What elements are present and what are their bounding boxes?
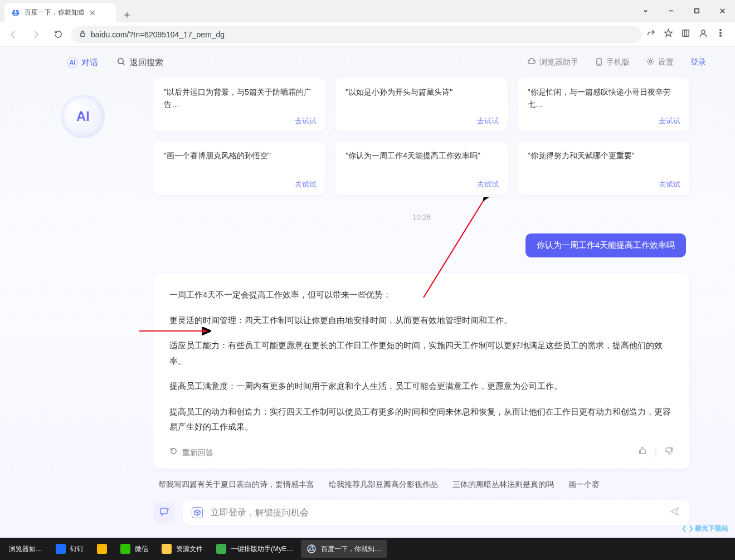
reload-button[interactable] — [49, 26, 67, 43]
regenerate-button[interactable]: 重新回答 — [169, 445, 213, 460]
gear-icon — [646, 57, 655, 67]
browser-tab[interactable]: 百度一下，你就知道 ✕ — [4, 3, 116, 22]
try-link[interactable]: 去试试 — [295, 116, 317, 126]
try-link[interactable]: 去试试 — [477, 179, 499, 189]
lock-icon — [79, 30, 86, 39]
taskbar-item[interactable] — [91, 540, 113, 558]
login-link[interactable]: 登录 — [690, 57, 706, 67]
svg-point-9 — [702, 30, 705, 33]
suggestion-chip[interactable]: 画一个赛 — [568, 480, 600, 490]
mobile-link[interactable]: 手机版 — [595, 57, 630, 67]
composer: 立即登录，解锁提问机会 — [154, 496, 689, 525]
user-message: 你认为一周工作4天能提高工作效率吗 — [525, 233, 686, 257]
prompt-input[interactable]: 立即登录，解锁提问机会 — [183, 500, 689, 525]
app-icon — [216, 544, 226, 554]
search-icon — [117, 57, 125, 67]
ai-badge-icon: AI — [67, 57, 78, 68]
suggestion-chips: 帮我写四篇有关于夏日表白的诗，要情感丰富 给我推荐几部豆瓣高分影视作品 三体的黑… — [154, 469, 689, 496]
page-body: AI 对话 返回搜索 浏览器助手 手机版 设置 登录 — [0, 47, 735, 538]
svg-rect-7 — [683, 30, 689, 36]
answer-line: 提高员工满意度：一周内有更多的时间用于家庭和个人生活，员工可能会更满意工作，更愿… — [169, 379, 674, 395]
svg-rect-16 — [160, 508, 167, 514]
dialog-label: 对话 — [81, 57, 98, 68]
conversation-area: "以后并运口为背景，与5篇关于防晒霜的广告… 去试试 "以如是小孙为开头与篇藏头… — [154, 78, 706, 538]
phone-icon — [595, 58, 603, 67]
svg-point-0 — [13, 10, 14, 12]
try-link[interactable]: 去试试 — [477, 116, 499, 126]
suggestion-chip[interactable]: 给我推荐几部豆瓣高分影视作品 — [329, 480, 438, 490]
profile-icon[interactable] — [698, 28, 708, 41]
dropdown-icon[interactable] — [632, 0, 658, 22]
taskbar-item[interactable]: 微信 — [115, 540, 154, 558]
wechat-icon — [120, 544, 130, 554]
paw-icon — [11, 8, 20, 17]
forward-button[interactable] — [27, 26, 45, 43]
suggestion-card[interactable]: "画一个赛博朋克风格的孙悟空" 去试试 — [154, 142, 325, 195]
back-button[interactable] — [4, 26, 22, 43]
try-link[interactable]: 去试试 — [659, 116, 680, 126]
svg-rect-8 — [685, 30, 687, 36]
cube-icon — [192, 507, 203, 518]
svg-point-12 — [720, 35, 722, 36]
share-icon[interactable] — [646, 28, 656, 41]
svg-point-13 — [118, 59, 123, 64]
svg-point-10 — [720, 29, 722, 31]
app-topbar: AI 对话 返回搜索 浏览器助手 手机版 设置 登录 — [0, 47, 735, 78]
taskbar-item[interactable]: 百度一下，你就知… — [301, 540, 387, 558]
svg-point-4 — [14, 13, 17, 16]
suggestion-card[interactable]: "你认为一周工作4天能提高工作效率吗" 去试试 — [335, 142, 507, 195]
taskbar-item[interactable]: 钉钉 — [50, 540, 89, 558]
suggestion-card[interactable]: "以如是小孙为开头与篇藏头诗" 去试试 — [335, 78, 507, 132]
svg-point-15 — [649, 60, 651, 62]
minimize-button[interactable] — [658, 0, 684, 22]
url-text: baidu.com/?tn=62095104_17_oem_dg — [91, 30, 225, 39]
divider: | — [655, 445, 657, 460]
url-field[interactable]: baidu.com/?tn=62095104_17_oem_dg — [71, 26, 642, 43]
timestamp: 10:26 — [154, 213, 689, 221]
suggestion-card[interactable]: "以后并运口为背景，与5篇关于防晒霜的广告… 去试试 — [154, 78, 325, 132]
suggestion-row-2: "画一个赛博朋克风格的孙悟空" 去试试 "你认为一周工作4天能提高工作效率吗" … — [154, 142, 689, 195]
app-icon — [97, 544, 107, 554]
star-icon[interactable] — [664, 28, 673, 41]
tab-title: 百度一下，你就知道 — [25, 8, 85, 17]
back-to-search[interactable]: 返回搜索 — [110, 55, 170, 70]
prompt-placeholder: 立即登录，解锁提问机会 — [211, 507, 309, 519]
refresh-icon — [169, 445, 178, 460]
thumbs-down-icon[interactable] — [665, 445, 674, 460]
new-tab-button[interactable]: ＋ — [119, 7, 135, 22]
answer-line: 适应员工能力：有些员工可能更愿意在更长的工作日工作更短的时间，实施四天工作制可以… — [169, 338, 674, 369]
close-window-button[interactable] — [709, 0, 735, 22]
windows-taskbar[interactable]: 浏览器如… 钉钉 微信 资源文件 一键排版助手(MyE… 百度一下，你就知… — [0, 538, 735, 560]
thumbs-up-icon[interactable] — [638, 445, 647, 460]
ai-answer: 一周工作4天不一定会提高工作效率，但可以带来一些优势： 更灵活的时间管理：四天工… — [154, 274, 689, 469]
ai-logo: AI — [61, 95, 105, 138]
close-icon[interactable]: ✕ — [89, 8, 96, 17]
cloud-icon — [527, 57, 536, 68]
back-to-search-label: 返回搜索 — [130, 57, 163, 68]
chat-plus-icon — [159, 507, 169, 519]
try-link[interactable]: 去试试 — [659, 179, 680, 189]
suggestion-chip[interactable]: 帮我写四篇有关于夏日表白的诗，要情感丰富 — [158, 480, 314, 490]
svg-rect-5 — [694, 9, 698, 13]
answer-line: 一周工作4天不一定会提高工作效率，但可以带来一些优势： — [169, 288, 674, 303]
sidebar: AI — [56, 78, 154, 538]
send-icon[interactable] — [669, 506, 680, 519]
svg-point-11 — [720, 32, 722, 33]
menu-icon[interactable] — [716, 28, 725, 41]
suggestion-card[interactable]: "你觉得努力和天赋哪个更重要" 去试试 — [518, 142, 689, 195]
extensions-icon[interactable] — [681, 28, 690, 41]
maximize-button[interactable] — [684, 0, 709, 22]
taskbar-item[interactable]: 一键排版助手(MyE… — [211, 540, 299, 558]
taskbar-item[interactable]: 资源文件 — [156, 540, 208, 558]
new-chat-button[interactable] — [154, 502, 175, 523]
browser-assistant-link[interactable]: 浏览器助手 — [527, 57, 578, 68]
taskbar-item[interactable]: 浏览器如… — [3, 540, 48, 558]
tab-dialog[interactable]: AI 对话 — [67, 57, 98, 68]
svg-point-17 — [308, 545, 315, 553]
settings-link[interactable]: 设置 — [646, 57, 674, 67]
suggestion-row-1: "以后并运口为背景，与5篇关于防晒霜的广告… 去试试 "以如是小孙为开头与篇藏头… — [154, 78, 689, 132]
suggestion-card[interactable]: "你是忙闲，与一篇感叹快递小哥日夜辛劳七… 去试试 — [518, 78, 689, 132]
svg-point-1 — [16, 10, 18, 12]
try-link[interactable]: 去试试 — [295, 179, 317, 189]
suggestion-chip[interactable]: 三体的黑暗丛林法则是真的吗 — [452, 480, 554, 490]
